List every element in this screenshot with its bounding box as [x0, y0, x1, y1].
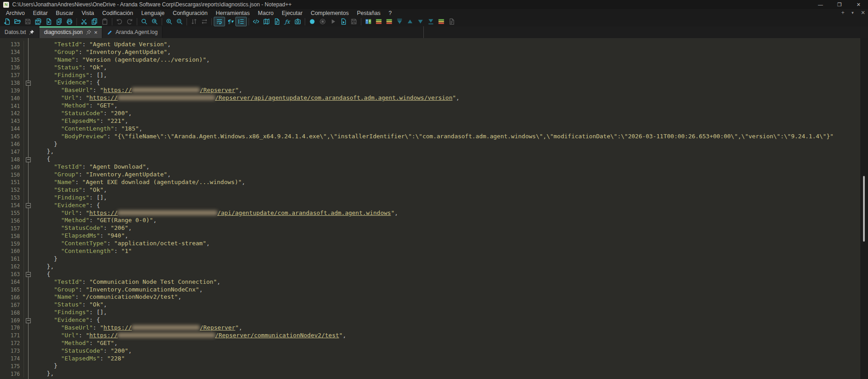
line-number: 149 [0, 164, 24, 170]
maximize-button[interactable]: ❐ [830, 0, 849, 9]
pinned-pin-icon[interactable] [29, 29, 34, 35]
menu-archivo[interactable]: Archivo [2, 10, 29, 16]
new-file-icon[interactable] [2, 17, 12, 26]
compare-options-icon[interactable] [446, 17, 457, 26]
undo-icon[interactable] [114, 17, 125, 26]
url-link[interactable]: https:// [89, 332, 118, 339]
tab-aranda.agent.log[interactable]: Aranda.Agent.log [102, 26, 163, 38]
url-link[interactable]: https:// [89, 209, 118, 216]
document-map-icon[interactable] [261, 17, 272, 26]
menu-?[interactable]: ? [384, 10, 396, 16]
url-link[interactable]: https:// [104, 324, 132, 331]
compare-first-diff-icon[interactable] [394, 17, 405, 26]
url-link[interactable]: /api/agentupdate/com.arandasoft.adm.agen… [217, 209, 391, 216]
fold-collapse-box[interactable] [26, 272, 31, 277]
paste-icon[interactable] [100, 17, 110, 26]
compare-next-diff-icon[interactable] [415, 17, 426, 26]
fold-collapse-box[interactable] [26, 318, 31, 323]
code-text: "ElapsedMs": "228" [33, 355, 125, 363]
url-link[interactable]: /Repserver [200, 87, 235, 93]
function-list-icon[interactable]: ƒx [282, 17, 293, 26]
menu-pestaas[interactable]: Pestañas [353, 10, 384, 16]
menu-vista[interactable]: Vista [77, 10, 98, 16]
line-number: 173 [0, 348, 24, 354]
url-link[interactable]: https:// [104, 87, 132, 93]
url-link[interactable]: /Repserver [200, 324, 235, 331]
fold-collapse-box[interactable] [26, 203, 31, 208]
macro-save-icon[interactable] [349, 17, 359, 26]
copy-icon[interactable] [89, 17, 100, 26]
scrollbar-thumb[interactable] [863, 176, 865, 242]
menu-lenguaje[interactable]: Lenguaje [137, 10, 168, 16]
pin-outline-icon[interactable] [86, 29, 91, 35]
line-number: 150 [0, 172, 24, 178]
menu-complementos[interactable]: Complementos [307, 10, 353, 16]
tab-area-divider [423, 26, 424, 38]
url-link[interactable]: /Repserver/communicationNodev2/test [215, 332, 339, 339]
fold-margin[interactable] [24, 202, 33, 209]
tab-list-chevron-down-icon[interactable]: ▼ [851, 9, 854, 17]
redo-icon[interactable] [125, 17, 135, 26]
save-all-icon[interactable] [33, 17, 43, 26]
zoom-out-icon[interactable] [174, 17, 185, 26]
replace-icon[interactable] [149, 17, 160, 26]
print-icon[interactable] [64, 17, 75, 26]
fold-margin[interactable] [24, 79, 33, 87]
redacted-url-blur [118, 210, 217, 215]
fold-margin[interactable] [24, 155, 33, 163]
menu-editar[interactable]: Editar [29, 10, 52, 16]
close-tab-x-icon[interactable]: ✕ [861, 9, 865, 17]
macro-record-icon[interactable] [307, 17, 317, 26]
menu-herramientas[interactable]: Herramientas [212, 10, 254, 16]
indent-guide-icon[interactable] [235, 17, 247, 26]
compare-last-diff-icon[interactable] [426, 17, 436, 26]
tab-close-icon[interactable]: × [94, 29, 98, 35]
find-icon[interactable] [139, 17, 149, 26]
show-all-characters-icon[interactable]: ¶▼ [225, 17, 235, 26]
save-icon[interactable] [23, 17, 33, 26]
tab-diagnostics.json[interactable]: diagnostics.json× [39, 26, 102, 38]
compare-lines-added-icon[interactable] [374, 17, 384, 26]
fold-margin[interactable] [24, 271, 33, 278]
vertical-scrollbar[interactable] [860, 38, 868, 379]
document-list-icon[interactable] [272, 17, 282, 26]
fold-collapse-box[interactable] [26, 157, 31, 162]
tab-datos.txt[interactable]: Datos.txt [0, 26, 39, 38]
code-line-159: 159 "ContentType": "application/octet-st… [0, 240, 860, 248]
macro-play-icon[interactable] [328, 17, 338, 26]
code-line-144: 144 "ContentLength": "185", [0, 125, 860, 133]
menu-macro[interactable]: Macro [254, 10, 278, 16]
compare-summary-icon[interactable] [436, 17, 446, 26]
zoom-in-icon[interactable] [164, 17, 174, 26]
menu-buscar[interactable]: Buscar [52, 10, 77, 16]
minimize-button[interactable]: — [811, 0, 830, 9]
toolbar-separator [187, 18, 187, 25]
define-language-icon[interactable] [251, 17, 261, 26]
new-tab-plus-icon[interactable]: + [841, 9, 844, 17]
close-button[interactable]: ✕ [849, 0, 868, 9]
macro-stop-icon[interactable] [317, 17, 328, 26]
toolbar: ¶▼ƒx [0, 17, 868, 26]
macro-run-multiple-icon[interactable] [338, 17, 349, 26]
compare-prev-diff-icon[interactable] [405, 17, 415, 26]
editor-pane[interactable]: 133 "TestId": "Agent Update Version",134… [0, 38, 860, 379]
monitoring-icon[interactable] [293, 17, 303, 26]
close-file-icon[interactable] [43, 17, 54, 26]
sync-horizontal-scroll-icon[interactable] [199, 17, 210, 26]
compare-icon[interactable] [363, 17, 374, 26]
fold-margin[interactable] [24, 316, 33, 324]
url-link[interactable]: /Repserver/api/agentupdate/com.arandasof… [215, 94, 452, 101]
menu-codificacin[interactable]: Codificación [98, 10, 137, 16]
open-folder-icon[interactable] [12, 17, 23, 26]
menu-ejecutar[interactable]: Ejecutar [278, 10, 307, 16]
cut-icon[interactable] [79, 17, 89, 26]
close-all-icon[interactable] [54, 17, 64, 26]
compare-lines-removed-icon[interactable] [384, 17, 394, 26]
word-wrap-icon[interactable] [214, 17, 225, 26]
code-line-142: 142 "StatusCode": "200", [0, 110, 860, 117]
menu-configuracin[interactable]: Configuración [168, 10, 211, 16]
tab-label: Datos.txt [5, 29, 26, 35]
fold-collapse-box[interactable] [26, 81, 31, 86]
sync-vertical-scroll-icon[interactable] [189, 17, 199, 26]
url-link[interactable]: https:// [89, 94, 118, 101]
